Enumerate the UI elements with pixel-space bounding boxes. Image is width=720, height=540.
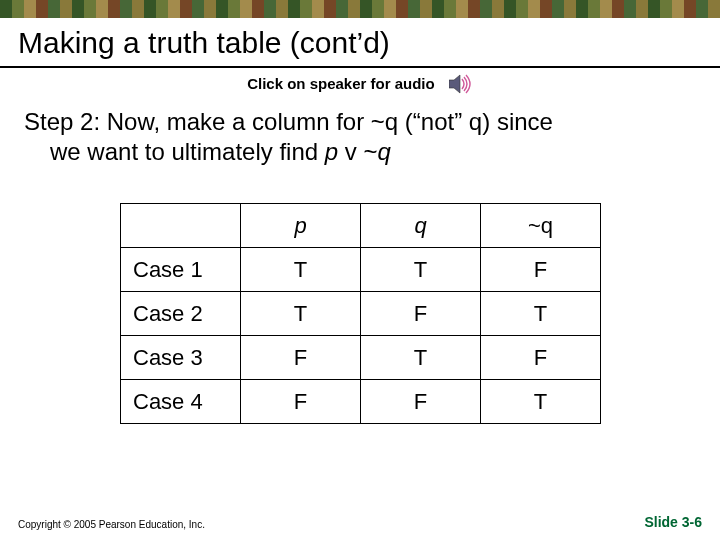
slide: Making a truth table (cont’d) Click on s… — [0, 0, 720, 540]
expr-q: q — [378, 138, 391, 165]
audio-hint-text: Click on speaker for audio — [247, 75, 435, 92]
table-row: Case 2 T F T — [121, 292, 601, 336]
expr-p: p — [325, 138, 338, 165]
step-line-2: we want to ultimately find p v ~q — [24, 137, 696, 167]
truth-table: p q ~q Case 1 T T F Case 2 T F — [120, 203, 601, 424]
header-blank — [121, 204, 241, 248]
svg-marker-0 — [449, 75, 460, 93]
cell: F — [481, 336, 601, 380]
slide-number: Slide 3-6 — [644, 514, 702, 530]
cell: F — [481, 248, 601, 292]
row-label: Case 4 — [121, 380, 241, 424]
title-rule — [0, 66, 720, 68]
cell: T — [481, 380, 601, 424]
cell: F — [361, 292, 481, 336]
row-label: Case 3 — [121, 336, 241, 380]
table-row: Case 4 F F T — [121, 380, 601, 424]
slide-title: Making a truth table (cont’d) — [0, 18, 720, 64]
audio-hint-row: Click on speaker for audio — [0, 74, 720, 97]
header-p: p — [241, 204, 361, 248]
cell: T — [481, 292, 601, 336]
slide-number-value: 3-6 — [682, 514, 702, 530]
step-line-1: Step 2: Now, make a column for ~q (“not”… — [24, 108, 553, 135]
expr-mid: v ~ — [338, 138, 377, 165]
cell: T — [361, 336, 481, 380]
slide-body: Step 2: Now, make a column for ~q (“not”… — [0, 107, 720, 424]
table-header-row: p q ~q — [121, 204, 601, 248]
cell: F — [361, 380, 481, 424]
copyright-text: Copyright © 2005 Pearson Education, Inc. — [18, 519, 205, 530]
row-label: Case 1 — [121, 248, 241, 292]
table-row: Case 3 F T F — [121, 336, 601, 380]
header-notq: ~q — [481, 204, 601, 248]
row-label: Case 2 — [121, 292, 241, 336]
header-q: q — [361, 204, 481, 248]
cell: T — [241, 292, 361, 336]
cell: T — [241, 248, 361, 292]
footer: Copyright © 2005 Pearson Education, Inc.… — [0, 514, 720, 530]
table-row: Case 1 T T F — [121, 248, 601, 292]
step-line-2-lead: we want to ultimately find — [50, 138, 325, 165]
speaker-icon[interactable] — [449, 74, 473, 97]
step-text: Step 2: Now, make a column for ~q (“not”… — [24, 107, 696, 167]
truth-table-wrap: p q ~q Case 1 T T F Case 2 T F — [120, 203, 600, 424]
cell: T — [361, 248, 481, 292]
cell: F — [241, 336, 361, 380]
slide-number-label: Slide — [644, 514, 681, 530]
cell: F — [241, 380, 361, 424]
decorative-banner — [0, 0, 720, 18]
